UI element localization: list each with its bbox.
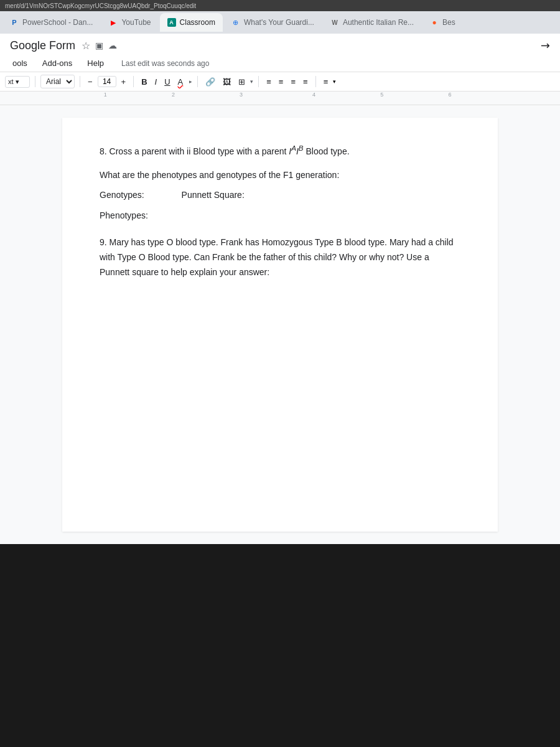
doc-title: Google Form	[10, 39, 75, 52]
tab-wiki[interactable]: W Authentic Italian Re...	[323, 13, 421, 32]
last-edit-status: Last edit was seconds ago	[121, 59, 209, 68]
question-8-block: 8. Cross a parent with ii Blood type wit…	[100, 143, 460, 220]
font-size-input[interactable]	[98, 76, 116, 87]
line-spacing-dropdown-icon[interactable]: ▾	[333, 78, 336, 85]
link-button[interactable]: 🔗	[203, 76, 218, 88]
toolbar-sep-6	[315, 76, 316, 87]
wiki-favicon: W	[330, 18, 339, 27]
toolbar-sep-1	[35, 76, 35, 87]
q8-intro: Cross a parent with ii Blood type with a…	[110, 146, 289, 156]
ruler-mark-6: 6	[448, 92, 451, 98]
expand-icon[interactable]: ↗	[537, 37, 553, 54]
tab-best-label: Bes	[442, 18, 455, 27]
tab-youtube[interactable]: ▶ YouTube	[101, 13, 158, 32]
bottom-dark-area	[0, 544, 560, 747]
underline-button[interactable]: U	[162, 76, 172, 88]
punnett-label: Punnett Square:	[182, 190, 245, 200]
doc-page[interactable]: 8. Cross a parent with ii Blood type wit…	[62, 118, 498, 532]
tab-classroom-label: Classroom	[180, 18, 215, 27]
doc-header: Google Form ☆ ▣ ☁ ↗ ools Add-ons Help La…	[0, 34, 560, 72]
url-bar[interactable]: ment/d/1VmNOrSTCwpKogcmyrUCStcgg8wUAQbdr…	[0, 0, 560, 11]
main-content: Google Form ☆ ▣ ☁ ↗ ools Add-ons Help La…	[0, 34, 560, 544]
font-size-increase-button[interactable]: +	[119, 76, 129, 88]
guardian-favicon: ⊕	[231, 18, 240, 27]
menu-help[interactable]: Help	[85, 57, 106, 69]
font-family-select[interactable]: Arial	[40, 75, 75, 88]
tab-best[interactable]: ● Bes	[422, 13, 463, 32]
toolbar-sep-4	[197, 76, 198, 87]
tab-classroom[interactable]: A Classroom	[160, 13, 223, 32]
folder-icon[interactable]: ▣	[95, 40, 103, 50]
line-spacing-button[interactable]: ≡	[321, 76, 331, 88]
toolbar: xt ▾ Arial − + B I U A ▸ 🔗 🖼 ⊞ ▾ ≡ ≡ ≡ ≡…	[0, 72, 560, 92]
align-justify-button[interactable]: ≡	[301, 76, 310, 88]
q8-fields-row: Genotypes: Punnett Square:	[100, 189, 460, 200]
phenotypes-field: Phenotypes:	[100, 210, 460, 220]
align-right-button[interactable]: ≡	[288, 76, 298, 88]
cloud-icon[interactable]: ☁	[108, 40, 117, 50]
ruler-mark-4: 4	[312, 92, 315, 98]
doc-title-row: Google Form ☆ ▣ ☁ ↗	[10, 39, 550, 55]
doc-body: 8. Cross a parent with ii Blood type wit…	[0, 105, 560, 544]
toolbar-sep-3	[133, 76, 134, 87]
classroom-favicon: A	[167, 18, 176, 27]
genotypes-field: Genotypes:	[100, 189, 144, 200]
ruler: 1 2 3 4 5 6	[0, 92, 560, 105]
question-9-block: 9. Mary has type O blood type. Frank has…	[100, 235, 460, 280]
menu-addons[interactable]: Add-ons	[40, 57, 75, 69]
menu-tools[interactable]: ools	[10, 57, 30, 69]
toolbar-sep-2	[80, 76, 80, 87]
ruler-mark-2: 2	[172, 92, 175, 98]
phenotypes-label-text: Phenotypes:	[100, 210, 148, 220]
powerschool-favicon: P	[10, 18, 19, 27]
star-icon[interactable]: ☆	[82, 40, 90, 52]
doc-title-icons: ☆ ▣ ☁	[82, 40, 117, 52]
text-style-select[interactable]: xt ▾	[5, 76, 30, 88]
best-favicon: ●	[430, 18, 439, 27]
doc-menu-bar: ools Add-ons Help Last edit was seconds …	[10, 55, 550, 72]
align-center-button[interactable]: ≡	[276, 76, 286, 88]
tab-powerschool-label: PowerSchool - Dan...	[22, 18, 93, 27]
font-size-decrease-button[interactable]: −	[85, 76, 95, 88]
italic-button[interactable]: I	[152, 76, 160, 88]
q8-blood-type-end: Blood type.	[304, 146, 350, 156]
strikethrough-button[interactable]: A	[175, 76, 186, 88]
question-9-text: 9. Mary has type O blood type. Frank has…	[100, 235, 460, 280]
text-color-indicator: ▸	[189, 78, 192, 85]
q8-blood-type-ia: IAIB	[289, 146, 303, 156]
tab-guardian[interactable]: ⊕ What's Your Guardi...	[224, 13, 322, 32]
table-dropdown-icon[interactable]: ▾	[250, 78, 253, 85]
punnett-field: Punnett Square:	[182, 189, 245, 200]
align-left-button[interactable]: ≡	[264, 76, 274, 88]
ruler-mark-3: 3	[240, 92, 243, 98]
q8-sub-question: What are the phenotypes and genotypes of…	[100, 168, 460, 182]
youtube-favicon: ▶	[109, 18, 118, 27]
tab-wiki-label: Authentic Italian Re...	[343, 18, 414, 27]
q8-number: 8.	[100, 146, 110, 156]
toolbar-sep-5	[258, 76, 259, 87]
ruler-mark-5: 5	[380, 92, 383, 98]
ruler-marks-container: 1 2 3 4 5 6	[37, 92, 523, 105]
tab-bar: P PowerSchool - Dan... ▶ YouTube A Class…	[0, 11, 560, 34]
genotypes-label: Genotypes:	[100, 190, 144, 200]
bold-button[interactable]: B	[139, 76, 149, 88]
tab-powerschool[interactable]: P PowerSchool - Dan...	[2, 13, 100, 32]
q9-body: Mary has type O blood type. Frank has Ho…	[100, 237, 454, 277]
tab-guardian-label: What's Your Guardi...	[244, 18, 314, 27]
image-button[interactable]: 🖼	[220, 76, 233, 88]
q9-number: 9.	[100, 237, 110, 247]
tab-youtube-label: YouTube	[121, 18, 151, 27]
ruler-mark-1: 1	[104, 92, 107, 98]
table-button[interactable]: ⊞	[236, 76, 248, 88]
question-8-text: 8. Cross a parent with ii Blood type wit…	[100, 143, 460, 158]
